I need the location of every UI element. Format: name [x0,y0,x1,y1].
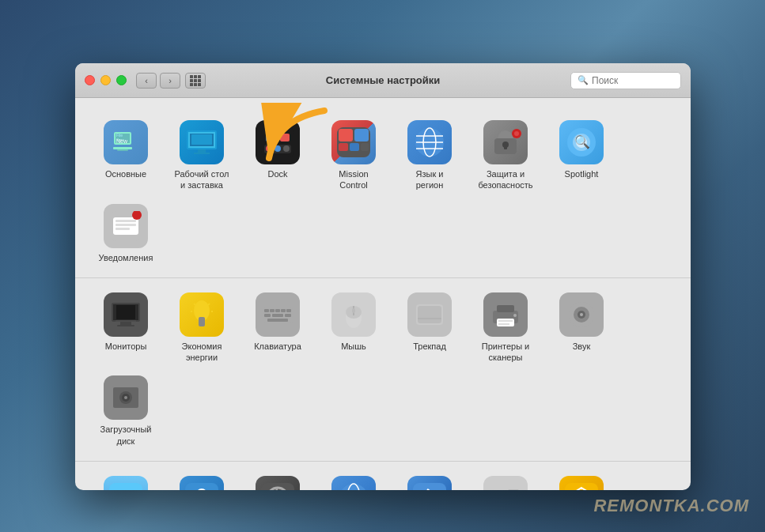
sound-icon [559,292,604,337]
svg-rect-79 [497,319,514,326]
svg-rect-50 [120,322,131,325]
desktop-icon [180,120,224,164]
preferences-content: New File Open Основные [75,98,691,490]
svg-point-82 [513,314,517,317]
extensions-icon [483,476,528,490]
pref-bluetooth[interactable]: Bluetooth [392,470,468,490]
svg-rect-65 [286,309,291,312]
svg-rect-10 [194,153,210,154]
pref-network[interactable]: Сеть [316,470,392,490]
pref-icloud[interactable]: iCloud [88,470,164,490]
pref-extensions[interactable]: Расширения [468,470,543,490]
section-internet: iCloud @ Учетные записиИнтернета [75,462,691,490]
search-box[interactable]: 🔍 [570,72,681,89]
boot-icon [104,375,148,420]
traffic-lights [85,75,127,85]
nav-buttons: ‹ › [136,73,180,89]
pref-mouse[interactable]: Мышь [316,286,392,370]
bluetooth-icon [407,476,452,490]
pref-osnovnye[interactable]: New File Open Основные [88,114,164,198]
pref-trackpad[interactable]: Трекпад [392,286,468,370]
back-button[interactable]: ‹ [136,73,157,89]
keyboard-label: Клавиатура [254,341,301,352]
trackpad-icon [407,292,452,337]
pref-desktop[interactable]: Рабочий столи заставка [164,114,240,198]
grid-view-button[interactable] [185,73,206,89]
pref-printers[interactable]: Принтеры исканеры [468,286,543,370]
forward-button[interactable]: › [160,73,180,89]
svg-point-15 [266,145,272,152]
svg-point-73 [352,308,355,313]
network-icon [331,476,376,490]
language-icon [407,120,452,164]
svg-point-99 [339,484,368,490]
close-button[interactable] [85,75,95,85]
mission-label: MissionControl [339,168,368,191]
mouse-label: Мышь [341,341,366,352]
svg-rect-21 [339,129,353,141]
osnovnye-icon: New File Open [104,120,148,164]
security-icon [483,120,528,164]
minimize-button[interactable] [100,75,111,85]
system-preferences-window: ‹ › Системные настройки 🔍 [75,63,691,490]
svg-rect-66 [264,314,271,317]
svg-point-36 [514,131,519,136]
spotlight-icon: 🔍 [559,120,604,164]
pref-accounts[interactable]: @ Учетные записиИнтернета [164,470,240,490]
svg-rect-106 [508,489,519,490]
svg-rect-61 [264,309,269,312]
section-hardware: Мониторы Экономияэн [75,278,691,462]
boot-label: Загрузочныйдиск [100,424,152,447]
pref-update[interactable]: ОбновлениеПО [240,470,316,490]
pref-sound[interactable]: Звук [543,286,619,370]
svg-rect-62 [270,309,275,312]
svg-rect-44 [116,224,136,226]
pref-spotlight[interactable]: 🔍 Spotlight [543,114,619,198]
pref-mission[interactable]: MissionControl [316,114,392,198]
pref-sharing[interactable]: ⚠ Общийдоступ [543,470,619,490]
desktop-label: Рабочий столи заставка [174,168,229,191]
search-input[interactable] [592,75,674,86]
mission-icon [331,120,376,164]
section1-grid: New File Open Основные [88,114,678,270]
pref-security[interactable]: Защита ибезопасность [468,114,543,198]
osnovnye-label: Основные [105,168,146,179]
pref-language[interactable]: Язык ирегион [392,114,468,198]
maximize-button[interactable] [116,75,127,85]
section3-grid: iCloud @ Учетные записиИнтернета [88,470,678,490]
monitors-icon [104,292,148,337]
pref-dock[interactable]: Dock [240,114,316,198]
pref-keyboard[interactable]: Клавиатура [240,286,316,370]
svg-rect-109 [565,483,598,490]
svg-point-16 [275,145,281,152]
svg-rect-23 [339,143,348,151]
spotlight-label: Spotlight [565,168,599,179]
svg-rect-104 [413,483,446,490]
pref-boot[interactable]: Загрузочныйдиск [88,369,164,453]
pref-monitors[interactable]: Мониторы [88,286,164,370]
notifications-label: Уведомления [99,252,153,263]
svg-rect-2 [113,147,132,149]
svg-rect-67 [272,314,283,317]
dock-label: Dock [267,168,287,179]
svg-line-57 [194,304,195,305]
section-personal: New File Open Основные [75,106,691,278]
svg-rect-75 [418,306,441,323]
window-title: Системные настройки [326,74,441,86]
svg-rect-49 [116,305,135,319]
update-icon [256,476,300,490]
svg-rect-34 [504,145,507,149]
monitors-label: Мониторы [105,341,147,352]
svg-rect-45 [116,228,130,230]
svg-rect-63 [275,309,280,312]
pref-notifications[interactable]: Уведомления [88,198,164,270]
accounts-icon: @ [180,476,224,490]
svg-rect-19 [280,134,290,141]
printers-icon [483,292,528,337]
svg-rect-69 [267,319,288,322]
pref-energy[interactable]: Экономияэнергии [164,286,240,370]
svg-text:🔍: 🔍 [574,134,590,149]
sound-label: Звук [573,341,591,352]
svg-text:Open: Open [116,138,124,141]
svg-rect-80 [498,320,513,322]
